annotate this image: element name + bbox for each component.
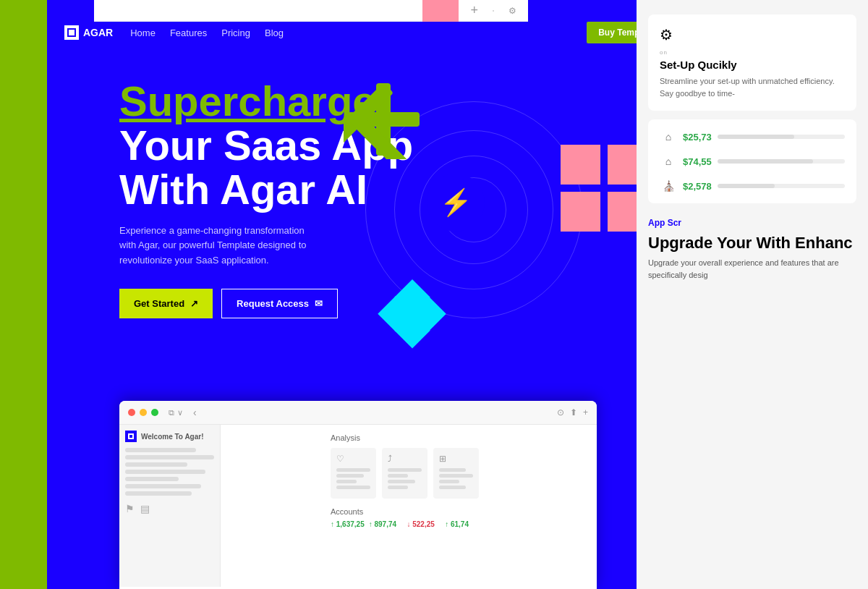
- gear-icon: ⚙: [660, 26, 845, 43]
- stat-row-3: ⛪ $2,578: [660, 177, 845, 195]
- main-section: + ⚙ AGAR Home Features Pricing Blog Buy …: [47, 0, 684, 589]
- bookmark-icon: ⚑: [125, 503, 135, 514]
- green-asterisk: [344, 80, 423, 162]
- traffic-light-green: [151, 409, 158, 416]
- svg-rect-6: [561, 192, 600, 232]
- nav-home[interactable]: Home: [130, 26, 156, 39]
- nav-blog[interactable]: Blog: [265, 26, 284, 39]
- stat-bar-1: [718, 135, 845, 139]
- upgrade-text: Upgrade your overall experience and feat…: [648, 257, 856, 281]
- right-panel-setup-card: ⚙ on Set-Up Qucikly Streamline your set-…: [648, 14, 856, 111]
- svg-rect-4: [561, 145, 600, 185]
- stat-row-1: ⌂ $25,73: [660, 128, 845, 145]
- shapes-container: ⚡: [315, 80, 662, 369]
- nav-pricing[interactable]: Pricing: [221, 26, 250, 39]
- upgrade-title: Upgrade Your With Enhanc: [648, 234, 856, 253]
- setup-label-small: on: [660, 49, 845, 56]
- pink-shape: [561, 145, 647, 234]
- lightning-icon: ⚡: [440, 187, 472, 218]
- account-item-4: ↑ 61,74: [445, 520, 479, 528]
- accounts-label: Accounts: [331, 507, 479, 516]
- stat-bar-2: [718, 159, 845, 164]
- green-sidebar: [0, 0, 47, 589]
- account-item-1: ↑ 1,637,25: [331, 520, 365, 528]
- heart-icon: ♡: [336, 454, 370, 464]
- analysis-card-1: ♡: [331, 448, 376, 499]
- stat-bar-3: [718, 184, 845, 188]
- top-bar-overlay: + ⚙: [94, 0, 528, 22]
- app-content: Analysis ♡ ⤴: [322, 425, 488, 587]
- stat-bar-fill-2: [718, 159, 813, 164]
- lightning-container: ⚡: [427, 174, 485, 232]
- stat-value-1: $25,73: [683, 132, 712, 143]
- home-icon-2: ⌂: [660, 153, 677, 170]
- get-started-button[interactable]: Get Started ↗: [119, 289, 213, 318]
- logo-icon: [64, 25, 79, 40]
- logo-icon-inner: [67, 28, 76, 37]
- app-logo-icon: [125, 431, 137, 442]
- app-sidebar-icons: ⚑ ▤: [125, 503, 214, 514]
- analysis-card-3: ⊞: [433, 448, 479, 499]
- app-sidebar: Welcome To Agar! ⚑ ▤: [119, 425, 221, 587]
- app-screenshot: ⧉∨ ‹ ⊙⬆+ Welcome To Agar!: [119, 401, 597, 589]
- account-item-2: ↑ 897,74: [369, 520, 403, 528]
- setup-title: Set-Up Qucikly: [660, 59, 845, 71]
- setup-text: Streamline your set-up with unmatched ef…: [660, 75, 845, 99]
- cyan-diamond: [373, 272, 452, 355]
- stat-bar-fill-3: [718, 184, 775, 188]
- app-scr-label: App Scr: [648, 218, 856, 228]
- stat-bar-fill-1: [718, 135, 794, 139]
- analysis-label: Analysis: [331, 433, 479, 442]
- stat-value-2: $74,55: [683, 156, 712, 167]
- app-sidebar-lines: [125, 448, 214, 496]
- top-bar-pink-block: [422, 0, 459, 22]
- nav-features[interactable]: Features: [170, 26, 207, 39]
- app-tab-label: Welcome To Agar!: [141, 433, 204, 441]
- chart-icon: ⤴: [388, 454, 422, 464]
- accounts-section: Accounts ↑ 1,637,25 ↑ 897,74 ↓ 522,25 ↑ …: [331, 507, 479, 528]
- stat-value-3: $2,578: [683, 181, 712, 192]
- analysis-card-2: ⤴: [382, 448, 427, 499]
- app-url-icons: ⊙⬆+: [557, 407, 588, 418]
- building-icon: ⛪: [660, 177, 677, 195]
- calendar-icon: ▤: [140, 503, 150, 514]
- right-panel: ⚙ on Set-Up Qucikly Streamline your set-…: [637, 0, 868, 589]
- accounts-row: ↑ 1,637,25 ↑ 897,74 ↓ 522,25 ↑ 61,74: [331, 520, 479, 528]
- account-item-3: ↓ 522,25: [407, 520, 441, 528]
- home-icon-1: ⌂: [660, 128, 677, 145]
- analysis-cards: ♡ ⤴: [331, 448, 479, 499]
- right-bottom: App Scr Upgrade Your With Enhanc Upgrade…: [648, 212, 856, 287]
- logo-text: AGAR: [83, 27, 113, 38]
- traffic-light-red: [128, 409, 135, 416]
- traffic-light-yellow: [140, 409, 147, 416]
- nav-links: Home Features Pricing Blog: [130, 26, 587, 39]
- right-stats-card: ⌂ $25,73 ⌂ $74,55 ⛪ $2,578: [648, 119, 856, 203]
- stat-row-2: ⌂ $74,55: [660, 153, 845, 170]
- hero-subtitle: Experience a game-changing transformatio…: [119, 224, 322, 268]
- arrow-icon: ↗: [190, 298, 198, 309]
- app-titlebar: ⧉∨ ‹ ⊙⬆+: [119, 401, 597, 425]
- grid-icon: ⊞: [439, 454, 473, 464]
- logo: AGAR: [64, 25, 113, 40]
